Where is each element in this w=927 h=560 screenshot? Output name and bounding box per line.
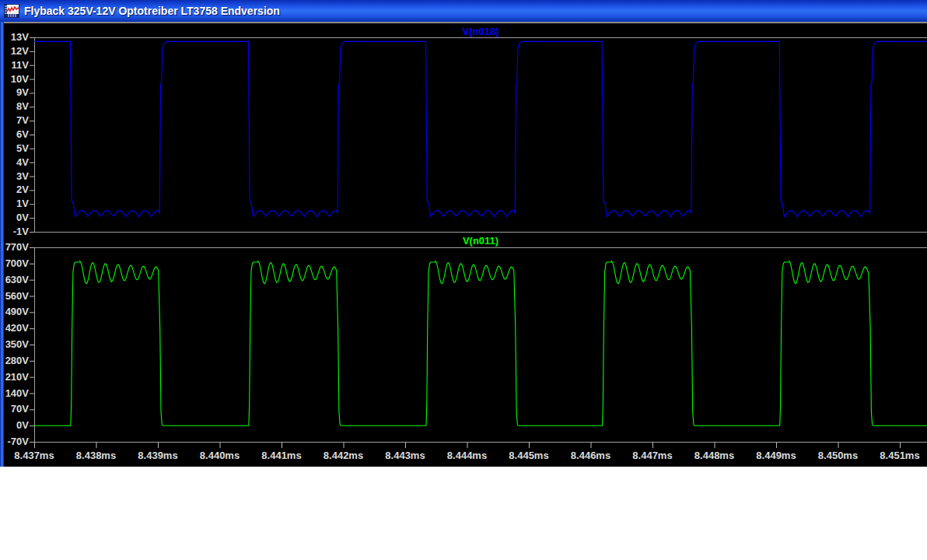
x-tick-label: 8.443ms: [374, 450, 436, 462]
screenshot-stage: Flyback 325V-12V Optotreiber LT3758 Endv…: [0, 0, 927, 560]
y-tick-label: -1V: [0, 226, 29, 238]
x-tick-label: 8.449ms: [745, 450, 807, 462]
y-tick-label: 700V: [0, 257, 29, 270]
y-tick-label: 0V: [0, 419, 29, 432]
x-tick-label: 8.438ms: [65, 450, 128, 462]
trace-label-vn018[interactable]: V(n018): [34, 26, 927, 37]
y-tick-label: 350V: [0, 338, 29, 351]
x-tick-label: 8.450ms: [807, 450, 869, 462]
x-tick-label: 8.439ms: [127, 450, 189, 462]
x-tick-label: 8.446ms: [560, 450, 622, 462]
y-tick-label: 70V: [0, 403, 29, 415]
waveform-plot[interactable]: [0, 0, 927, 467]
y-tick-label: 10V: [0, 73, 29, 86]
y-tick-label: 770V: [0, 241, 29, 254]
y-tick-label: 3V: [0, 170, 29, 183]
trace-vn018[interactable]: [34, 41, 927, 216]
y-tick-label: 11V: [0, 59, 29, 72]
ltspice-waveform-window: Flyback 325V-12V Optotreiber LT3758 Endv…: [0, 0, 927, 467]
y-tick-label: 420V: [0, 322, 29, 334]
y-tick-label: 0V: [0, 212, 29, 224]
trace-vn011[interactable]: [34, 261, 927, 425]
y-tick-label: 490V: [0, 306, 29, 318]
x-tick-label: 8.442ms: [313, 450, 375, 462]
y-tick-label: 6V: [0, 128, 29, 141]
y-tick-label: 12V: [0, 45, 29, 58]
y-tick-label: 4V: [0, 156, 29, 169]
y-tick-label: 7V: [0, 114, 29, 127]
y-tick-label: 560V: [0, 290, 29, 303]
y-tick-label: 1V: [0, 198, 29, 210]
x-tick-label: 8.448ms: [684, 450, 746, 462]
x-tick-label: 8.444ms: [436, 450, 498, 462]
y-tick-label: -70V: [0, 436, 29, 448]
x-tick-label: 8.447ms: [621, 450, 684, 462]
x-tick-label: 8.440ms: [189, 450, 251, 462]
trace-label-vn011[interactable]: V(n011): [34, 235, 927, 247]
y-tick-label: 13V: [0, 31, 29, 44]
y-tick-label: 630V: [0, 274, 29, 286]
x-tick-label: 8.441ms: [250, 450, 313, 462]
y-tick-label: 210V: [0, 371, 29, 383]
y-tick-label: 140V: [0, 387, 29, 400]
y-tick-label: 5V: [0, 142, 29, 155]
x-tick-label: 8.451ms: [869, 450, 927, 462]
x-tick-label: 8.437ms: [3, 450, 65, 462]
y-tick-label: 2V: [0, 184, 29, 196]
y-tick-label: 9V: [0, 86, 29, 99]
y-tick-label: 8V: [0, 100, 29, 113]
y-tick-label: 280V: [0, 355, 29, 367]
x-tick-label: 8.445ms: [498, 450, 560, 462]
desktop-background: [0, 467, 927, 560]
pane1-border: [35, 38, 927, 233]
